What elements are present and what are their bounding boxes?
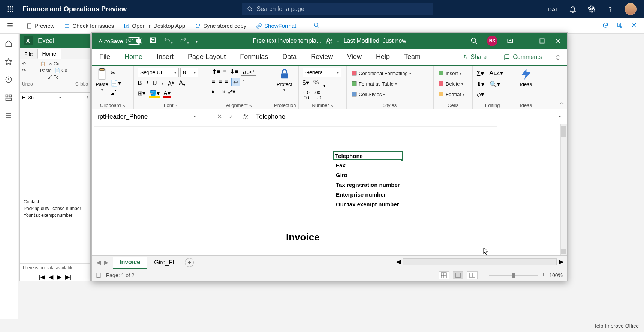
fx-icon[interactable]: fx [243,113,248,120]
hscroll-left[interactable]: ◀ [396,258,401,265]
orientation-button[interactable]: ⤢▾ [228,88,235,95]
comma-button[interactable]: , [323,79,325,88]
page-layout-view-button[interactable] [453,271,463,279]
format-as-table-button[interactable]: Format as Table▾ [350,80,398,87]
tab-home[interactable]: Home [123,50,144,66]
border-button[interactable]: ⊞▾ [138,90,145,97]
copy-button[interactable]: 📄▾ [111,80,121,87]
cell-styles-button[interactable]: Cell Styles▾ [350,90,386,98]
sheet-nav-next[interactable]: ▶ [104,259,108,266]
zoom-slider[interactable] [489,275,538,276]
comments-button[interactable]: Comments [499,52,547,62]
cell-giro[interactable]: Giro [334,171,349,179]
cell-fax[interactable]: Fax [334,162,347,169]
autosum-button[interactable]: Σ▾ [476,69,484,78]
refresh-button[interactable] [602,22,609,30]
find-button[interactable]: 🔍▾ [490,81,500,88]
number-launcher[interactable]: ⤡ [330,104,333,108]
align-right-button[interactable]: ≡ [225,78,228,86]
tab-formulas[interactable]: Formulas [238,50,270,65]
company-code[interactable]: DAT [548,6,559,12]
underline-button[interactable]: U [153,80,157,87]
expand-formula-icon[interactable]: ▾ [559,114,561,119]
tab-team[interactable]: Team [403,50,422,65]
font-name-select[interactable]: Segoe UI▾ [138,68,179,77]
cell-tax-reg[interactable]: Tax registration number [334,181,401,188]
align-top-button[interactable]: ⬆≡ [212,68,220,76]
font-launcher[interactable]: ⤡ [175,104,178,108]
merge-button[interactable]: ⇿ [231,78,240,86]
settings-button[interactable] [587,5,596,14]
hscroll-right[interactable]: ▶ [559,258,563,265]
shrink-font-button[interactable]: A▾ [179,80,186,87]
format-cells-button[interactable]: Format▾ [437,90,465,98]
nav-recent[interactable] [5,76,13,84]
invoice-title[interactable]: Invoice [286,231,320,243]
bg-paste-icon[interactable]: 📋 [40,61,46,66]
indent-left-button[interactable]: ⇤ [212,88,217,95]
scroll-thumb[interactable] [561,126,566,137]
sync-command[interactable]: Sync stored copy [191,21,250,30]
clipboard-launcher[interactable]: ⤡ [122,104,125,108]
feedback-button[interactable]: ☺ [554,53,562,62]
scroll-down-button[interactable] [561,249,566,254]
show-format-command[interactable]: ShowFormat [252,21,300,30]
sheet-nav-prev[interactable]: ◀ [96,259,101,266]
zoom-in-button[interactable]: + [542,271,546,279]
italic-button[interactable]: I [147,80,148,87]
tab-insert[interactable]: Insert [155,50,175,65]
delete-cells-button[interactable]: Delete▾ [437,80,464,87]
bg-file-tab[interactable]: File [20,50,37,59]
insert-cells-button[interactable]: Insert▾ [437,69,462,77]
undo-button[interactable]: ▾ [163,36,173,45]
open-desktop-command[interactable]: Open in Desktop App [120,21,189,30]
bg-cut-icon[interactable]: ✂ Cu [49,61,60,66]
sort-filter-button[interactable]: A↓Z▾ [489,69,503,78]
add-sheet-button[interactable]: + [185,258,194,267]
cancel-edit-button[interactable]: ✕ [217,113,222,120]
user-avatar[interactable] [625,3,637,15]
maximize-button[interactable] [539,38,545,44]
normal-view-button[interactable] [439,271,449,279]
close-panel-button[interactable] [631,22,637,30]
protect-button[interactable]: Protect ▾ [277,68,292,92]
zoom-out-button[interactable]: − [481,271,485,279]
sheet-tab-giro-fi[interactable]: Giro_FI [147,257,181,268]
cell-our-tax[interactable]: Our tax exempt number [334,201,400,208]
bg-pager-last[interactable]: ▶| [65,273,71,281]
formula-bar[interactable]: Telephone ▾ [252,111,565,122]
align-left-button[interactable]: ≡ [212,78,215,86]
percent-button[interactable]: % [313,79,319,88]
page-break-view-button[interactable] [467,271,478,279]
fill-button[interactable]: ⬇▾ [476,81,484,88]
bg-undo-icon[interactable]: ↶ [22,61,26,66]
increase-decimal-button[interactable]: ←0.00 [303,90,310,101]
font-color-button[interactable]: A▾ [163,90,171,97]
tab-file[interactable]: File [98,50,112,65]
ribbon-display-icon[interactable] [506,37,514,45]
app-launcher-button[interactable] [4,3,16,15]
cut-button[interactable]: ✂ [111,69,121,77]
bg-redo-icon[interactable]: ↷ [22,68,26,73]
help-improve-link[interactable]: Help Improve Office [593,323,639,329]
autosave-toggle[interactable]: On [126,37,142,45]
bg-name-box[interactable]: ET36 [22,95,34,100]
bg-copy-icon[interactable]: 📄 Co [55,68,67,73]
sheet-tab-invoice[interactable]: Invoice [113,257,147,269]
align-middle-button[interactable]: ≡ [223,68,226,76]
grow-font-button[interactable]: A▴ [168,79,175,87]
align-bottom-button[interactable]: ⬇≡ [230,68,238,76]
tab-data[interactable]: Data [281,50,298,65]
search-title-icon[interactable] [470,37,478,45]
tab-review[interactable]: Review [309,50,334,65]
alignment-launcher[interactable]: ⤡ [249,104,252,108]
nav-workspaces[interactable] [5,94,13,102]
paste-button[interactable]: Paste ▾ [96,68,108,92]
currency-button[interactable]: $▾ [303,79,309,88]
align-center-button[interactable]: ≡ [218,78,222,86]
share-button[interactable]: Share [457,52,492,62]
popout-button[interactable] [616,22,623,30]
chevron-down-icon[interactable]: ▾ [59,95,61,99]
confirm-edit-button[interactable]: ✓ [229,113,234,120]
tab-view[interactable]: View [346,50,363,65]
